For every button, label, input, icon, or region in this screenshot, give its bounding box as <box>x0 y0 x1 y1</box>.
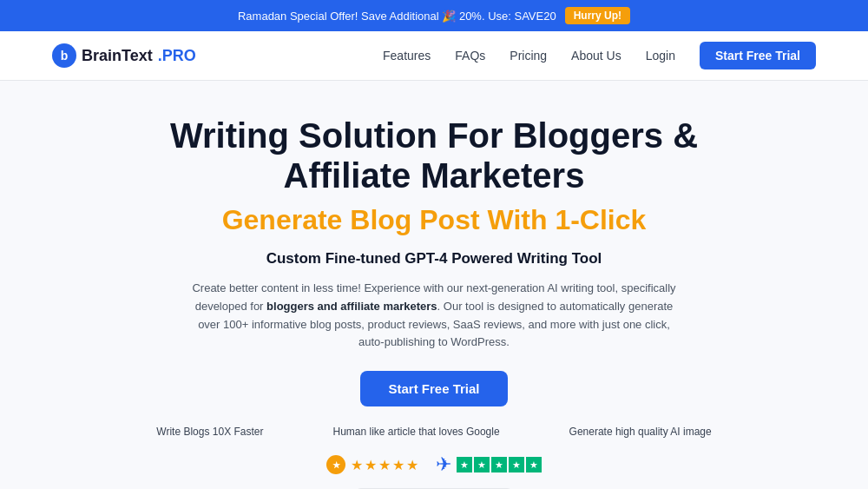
star-3: ★ <box>378 457 391 473</box>
nav-faqs[interactable]: FAQs <box>455 49 485 63</box>
tp-star-2: ★ <box>474 457 490 472</box>
hero-cta-button[interactable]: Start Free Trial <box>360 371 507 406</box>
hero-description: Create better content in less time! Expe… <box>191 280 677 352</box>
star-1: ★ <box>351 457 363 473</box>
feature-2: Generate high quality AI image <box>569 426 712 438</box>
tp-star-1: ★ <box>457 457 472 472</box>
feature-0: Write Blogs 10X Faster <box>156 426 263 438</box>
hero-title-line1: Writing Solution For Bloggers & <box>170 116 698 155</box>
ratings-row: ★ ★ ★ ★ ★ ★ ✈ ★ ★ ★ ★ ★ <box>52 453 816 476</box>
nav-login[interactable]: Login <box>646 49 675 63</box>
feature-1: Human like article that loves Google <box>332 426 499 438</box>
banner-text: Ramadan Special Offer! Save Additional 🎉… <box>238 10 556 23</box>
nav-features[interactable]: Features <box>383 49 431 63</box>
nav-about[interactable]: About Us <box>571 49 621 63</box>
hero-title: Writing Solution For Bloggers & Affiliat… <box>52 116 816 195</box>
tp-star-5: ★ <box>526 457 542 472</box>
capterra-stars: ★ ★ ★ ★ ★ <box>351 457 418 473</box>
navbar: b BrainText.PRO Features FAQs Pricing Ab… <box>0 31 868 81</box>
logo-icon: b <box>52 43 76 68</box>
logo-text: BrainText <box>82 47 153 65</box>
hurry-button[interactable]: Hurry Up! <box>565 7 630 24</box>
hero-tag: Custom Fine-tuned GPT-4 Powered Writing … <box>52 250 816 268</box>
hero-section: Writing Solution For Bloggers & Affiliat… <box>0 81 868 489</box>
logo-suffix: .PRO <box>158 47 196 65</box>
trustpilot-rating: ✈ ★ ★ ★ ★ ★ <box>436 453 542 476</box>
trustpilot-stars: ★ ★ ★ ★ ★ <box>457 457 542 472</box>
logo: b BrainText.PRO <box>52 43 196 68</box>
star-5: ★ <box>406 457 418 473</box>
nav-cta-button[interactable]: Start Free Trial <box>700 42 816 69</box>
hero-title-line2: Affiliate Marketers <box>284 156 585 195</box>
trustpilot-icon: ✈ <box>436 453 451 476</box>
hero-desc-bold: bloggers and affiliate marketers <box>266 300 437 313</box>
tp-star-3: ★ <box>491 457 507 472</box>
star-2: ★ <box>365 457 377 473</box>
capterra-rating: ★ ★ ★ ★ ★ ★ <box>326 455 418 474</box>
hero-subtitle: Generate Blog Post With 1-Click <box>52 204 816 236</box>
tp-star-4: ★ <box>509 457 524 472</box>
star-4: ★ <box>392 457 404 473</box>
features-row: Write Blogs 10X Faster Human like articl… <box>52 426 816 438</box>
capterra-logo: ★ <box>326 455 345 474</box>
nav-pricing[interactable]: Pricing <box>510 49 547 63</box>
nav-links: Features FAQs Pricing About Us Login Sta… <box>383 42 816 69</box>
top-banner: Ramadan Special Offer! Save Additional 🎉… <box>0 0 868 31</box>
